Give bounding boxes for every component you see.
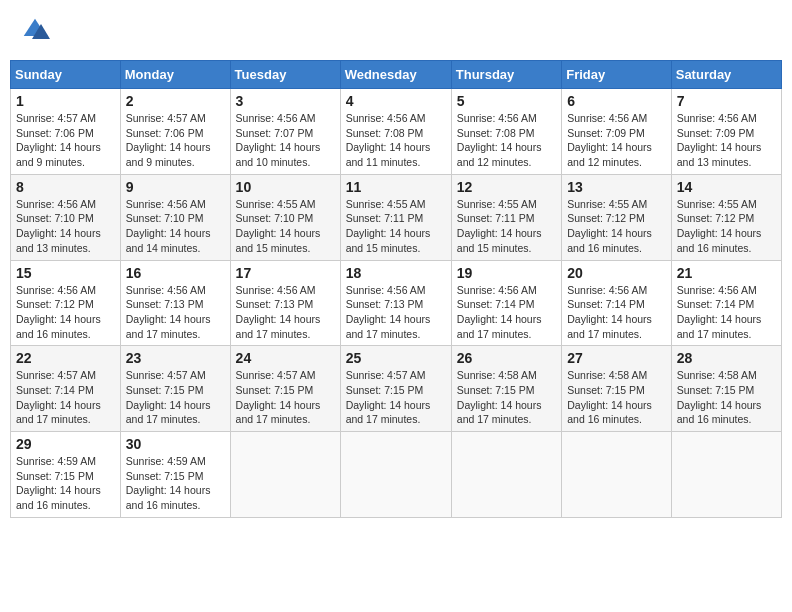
calendar-cell: 2 Sunrise: 4:57 AM Sunset: 7:06 PM Dayli… [120,89,230,175]
day-number: 21 [677,265,776,281]
day-info: Sunrise: 4:55 AM Sunset: 7:11 PM Dayligh… [346,197,446,256]
day-number: 14 [677,179,776,195]
day-number: 13 [567,179,666,195]
day-number: 25 [346,350,446,366]
day-info: Sunrise: 4:57 AM Sunset: 7:06 PM Dayligh… [16,111,115,170]
day-info: Sunrise: 4:55 AM Sunset: 7:12 PM Dayligh… [567,197,666,256]
calendar-cell: 4 Sunrise: 4:56 AM Sunset: 7:08 PM Dayli… [340,89,451,175]
day-info: Sunrise: 4:57 AM Sunset: 7:14 PM Dayligh… [16,368,115,427]
day-info: Sunrise: 4:56 AM Sunset: 7:09 PM Dayligh… [567,111,666,170]
day-info: Sunrise: 4:56 AM Sunset: 7:14 PM Dayligh… [677,283,776,342]
day-number: 28 [677,350,776,366]
day-number: 8 [16,179,115,195]
calendar-cell: 20 Sunrise: 4:56 AM Sunset: 7:14 PM Dayl… [562,260,672,346]
day-number: 15 [16,265,115,281]
calendar-cell: 19 Sunrise: 4:56 AM Sunset: 7:14 PM Dayl… [451,260,561,346]
calendar-cell: 30 Sunrise: 4:59 AM Sunset: 7:15 PM Dayl… [120,432,230,518]
day-number: 17 [236,265,335,281]
day-number: 18 [346,265,446,281]
day-number: 4 [346,93,446,109]
header-tuesday: Tuesday [230,61,340,89]
calendar-cell: 27 Sunrise: 4:58 AM Sunset: 7:15 PM Dayl… [562,346,672,432]
day-info: Sunrise: 4:56 AM Sunset: 7:08 PM Dayligh… [457,111,556,170]
calendar-cell: 26 Sunrise: 4:58 AM Sunset: 7:15 PM Dayl… [451,346,561,432]
day-number: 30 [126,436,225,452]
day-number: 23 [126,350,225,366]
day-number: 27 [567,350,666,366]
day-number: 20 [567,265,666,281]
day-number: 26 [457,350,556,366]
day-info: Sunrise: 4:56 AM Sunset: 7:09 PM Dayligh… [677,111,776,170]
day-info: Sunrise: 4:56 AM Sunset: 7:12 PM Dayligh… [16,283,115,342]
calendar-cell: 25 Sunrise: 4:57 AM Sunset: 7:15 PM Dayl… [340,346,451,432]
calendar-cell: 8 Sunrise: 4:56 AM Sunset: 7:10 PM Dayli… [11,174,121,260]
day-info: Sunrise: 4:56 AM Sunset: 7:14 PM Dayligh… [567,283,666,342]
calendar-cell: 17 Sunrise: 4:56 AM Sunset: 7:13 PM Dayl… [230,260,340,346]
calendar-cell: 14 Sunrise: 4:55 AM Sunset: 7:12 PM Dayl… [671,174,781,260]
day-number: 9 [126,179,225,195]
calendar-cell: 1 Sunrise: 4:57 AM Sunset: 7:06 PM Dayli… [11,89,121,175]
day-info: Sunrise: 4:56 AM Sunset: 7:13 PM Dayligh… [126,283,225,342]
day-number: 7 [677,93,776,109]
day-number: 16 [126,265,225,281]
calendar-cell: 24 Sunrise: 4:57 AM Sunset: 7:15 PM Dayl… [230,346,340,432]
day-info: Sunrise: 4:55 AM Sunset: 7:11 PM Dayligh… [457,197,556,256]
day-info: Sunrise: 4:56 AM Sunset: 7:14 PM Dayligh… [457,283,556,342]
calendar-cell: 7 Sunrise: 4:56 AM Sunset: 7:09 PM Dayli… [671,89,781,175]
calendar-cell: 3 Sunrise: 4:56 AM Sunset: 7:07 PM Dayli… [230,89,340,175]
day-info: Sunrise: 4:57 AM Sunset: 7:15 PM Dayligh… [126,368,225,427]
day-info: Sunrise: 4:55 AM Sunset: 7:10 PM Dayligh… [236,197,335,256]
page-header [10,10,782,50]
calendar-cell [562,432,672,518]
header-sunday: Sunday [11,61,121,89]
logo-icon [20,15,50,45]
day-info: Sunrise: 4:55 AM Sunset: 7:12 PM Dayligh… [677,197,776,256]
calendar-cell: 29 Sunrise: 4:59 AM Sunset: 7:15 PM Dayl… [11,432,121,518]
calendar-cell: 15 Sunrise: 4:56 AM Sunset: 7:12 PM Dayl… [11,260,121,346]
day-info: Sunrise: 4:57 AM Sunset: 7:15 PM Dayligh… [236,368,335,427]
calendar-cell: 5 Sunrise: 4:56 AM Sunset: 7:08 PM Dayli… [451,89,561,175]
calendar-cell [340,432,451,518]
header-saturday: Saturday [671,61,781,89]
day-info: Sunrise: 4:56 AM Sunset: 7:13 PM Dayligh… [346,283,446,342]
calendar-cell [451,432,561,518]
day-number: 1 [16,93,115,109]
calendar-cell: 13 Sunrise: 4:55 AM Sunset: 7:12 PM Dayl… [562,174,672,260]
logo [20,15,54,45]
day-info: Sunrise: 4:58 AM Sunset: 7:15 PM Dayligh… [567,368,666,427]
day-info: Sunrise: 4:56 AM Sunset: 7:08 PM Dayligh… [346,111,446,170]
day-info: Sunrise: 4:57 AM Sunset: 7:06 PM Dayligh… [126,111,225,170]
day-number: 29 [16,436,115,452]
day-info: Sunrise: 4:58 AM Sunset: 7:15 PM Dayligh… [457,368,556,427]
day-number: 24 [236,350,335,366]
day-info: Sunrise: 4:56 AM Sunset: 7:10 PM Dayligh… [126,197,225,256]
calendar-cell: 10 Sunrise: 4:55 AM Sunset: 7:10 PM Dayl… [230,174,340,260]
calendar-cell: 12 Sunrise: 4:55 AM Sunset: 7:11 PM Dayl… [451,174,561,260]
day-number: 2 [126,93,225,109]
day-number: 12 [457,179,556,195]
calendar-cell [230,432,340,518]
calendar-cell: 11 Sunrise: 4:55 AM Sunset: 7:11 PM Dayl… [340,174,451,260]
header-monday: Monday [120,61,230,89]
calendar-week-row: 8 Sunrise: 4:56 AM Sunset: 7:10 PM Dayli… [11,174,782,260]
calendar-cell: 9 Sunrise: 4:56 AM Sunset: 7:10 PM Dayli… [120,174,230,260]
calendar-week-row: 15 Sunrise: 4:56 AM Sunset: 7:12 PM Dayl… [11,260,782,346]
header-wednesday: Wednesday [340,61,451,89]
header-thursday: Thursday [451,61,561,89]
calendar-cell: 23 Sunrise: 4:57 AM Sunset: 7:15 PM Dayl… [120,346,230,432]
day-number: 22 [16,350,115,366]
day-info: Sunrise: 4:57 AM Sunset: 7:15 PM Dayligh… [346,368,446,427]
day-number: 10 [236,179,335,195]
day-info: Sunrise: 4:59 AM Sunset: 7:15 PM Dayligh… [16,454,115,513]
day-info: Sunrise: 4:56 AM Sunset: 7:13 PM Dayligh… [236,283,335,342]
calendar-cell: 21 Sunrise: 4:56 AM Sunset: 7:14 PM Dayl… [671,260,781,346]
day-number: 11 [346,179,446,195]
header-friday: Friday [562,61,672,89]
day-number: 3 [236,93,335,109]
day-number: 6 [567,93,666,109]
day-number: 5 [457,93,556,109]
calendar-week-row: 22 Sunrise: 4:57 AM Sunset: 7:14 PM Dayl… [11,346,782,432]
calendar-header-row: SundayMondayTuesdayWednesdayThursdayFrid… [11,61,782,89]
calendar-cell: 28 Sunrise: 4:58 AM Sunset: 7:15 PM Dayl… [671,346,781,432]
day-info: Sunrise: 4:56 AM Sunset: 7:10 PM Dayligh… [16,197,115,256]
